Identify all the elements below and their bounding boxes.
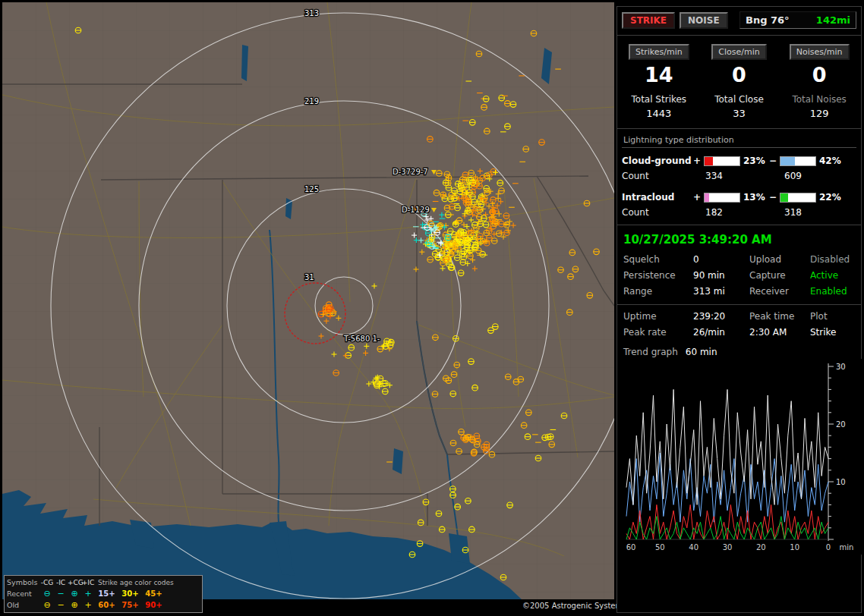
legend-header: Symbols-CG-IC+CG+ICStrike age color code… [7,577,200,588]
grid-cell: Peak time [749,311,810,322]
grid-cell: Squelch [623,254,693,265]
cg-minus-count: 609 [772,171,851,181]
total-strikes-label: Total Strikes [619,94,699,105]
clock-settings-section: 10/27/2025 3:49:20 AM Squelch0UploadDisa… [617,225,861,305]
grid-cell: Disabled [810,254,863,265]
symbol-legend: Symbols-CG-IC+CG+ICStrike age color code… [4,575,203,613]
noise-button[interactable]: NOISE [680,12,728,29]
minus-sign: − [769,192,777,203]
close-rate-col: Close/min 0 Total Close 33 [699,43,780,119]
settings-grid: Squelch0UploadDisabledPersistence90 minC… [622,253,856,300]
county-lines [2,2,614,599]
bearing-label: Bng 76° [746,14,790,26]
total-close-value: 33 [699,108,780,119]
count-label: Count [622,171,693,181]
distribution-section: Lightning type distribution Cloud-ground… [617,129,861,225]
ic-minus-count: 318 [772,207,851,218]
grid-cell: Uptime [623,311,693,322]
grid-cell: Upload [749,254,810,265]
strikes-per-min-value: 14 [619,63,699,86]
strike-symbol-icon: + [81,589,95,599]
strike-symbol-icon: ⊕ [68,600,81,610]
trend-graph: 1020306050403020100min [622,359,856,558]
cg-minus-pct: 42% [819,156,845,166]
rate-section: Strikes/min 14 Total Strikes 1443 Close/… [617,36,861,129]
lightning-map[interactable]: 31321912531D-3729-7D-1129T-5680 1- [2,2,614,599]
grid-cell: 0 [693,254,749,265]
cloud-ground-count-row: Count 334 609 [622,168,856,184]
cloud-ground-row: Cloud-ground + 23% − 42% [622,153,856,168]
svg-text:30: 30 [836,363,846,371]
svg-text:125: 125 [304,185,319,193]
svg-text:30: 30 [723,543,733,552]
uptime-grid: Uptime239:20Peak timePlotPeak rate26/min… [622,310,856,341]
legend-row: Old⊖−⊕+60+75+90+ [7,599,200,611]
plus-sign: + [693,156,701,166]
map-canvas[interactable]: 31321912531D-3729-7D-1129T-5680 1- [2,2,614,599]
noises-rate-col: Noises/min 0 Total Noises 129 [779,43,859,119]
svg-text:40: 40 [689,543,698,552]
grid-cell: Peak rate [623,327,693,338]
strike-symbol-icon: ⊖ [40,589,54,599]
cg-plus-bar [704,156,740,166]
svg-text:T-5680 1-: T-5680 1- [343,335,380,343]
grid-cell: Persistence [623,270,693,281]
strike-symbol-icon: + [81,600,95,610]
svg-text:50: 50 [655,543,665,552]
total-noises-label: Total Noises [779,94,859,105]
strike-button[interactable]: STRIKE [622,12,675,29]
strikes-rate-col: Strikes/min 14 Total Strikes 1443 [619,43,699,119]
stats-trend-section: Uptime239:20Peak timePlotPeak rate26/min… [617,305,861,562]
grid-cell: Capture [749,270,810,281]
cg-plus-count: 334 [693,171,772,181]
trend-row: Trend graph 60 min [622,341,856,359]
svg-text:D-3729-7: D-3729-7 [393,168,428,176]
strike-symbol-icon: − [54,600,68,610]
grid-cell: Enabled [810,286,863,297]
noises-per-min-button[interactable]: Noises/min [790,44,850,60]
minus-sign: − [769,156,777,166]
status-panel: STRIKE NOISE Bng 76° 142mi Strikes/min 1… [616,6,862,613]
svg-text:10: 10 [836,478,846,486]
svg-text:D-1129: D-1129 [402,206,430,214]
cg-minus-bar [780,156,816,166]
ic-minus-bar [780,193,816,203]
intracloud-count-row: Count 182 318 [622,205,856,220]
bearing-box: Bng 76° 142mi [739,11,856,29]
svg-text:20: 20 [836,420,846,429]
plus-sign: + [693,192,701,203]
svg-text:0: 0 [826,543,831,552]
legend-row: Recent⊖−⊕+15+30+45+ [7,588,200,599]
grid-cell: Plot [810,311,863,322]
intracloud-row: Intracloud + 13% − 22% [622,190,856,205]
svg-text:60: 60 [626,543,636,552]
noises-per-min-value: 0 [779,63,859,86]
grid-cell: Receiver [749,286,810,297]
svg-text:219: 219 [304,97,319,105]
grid-cell: 313 mi [693,286,749,297]
strike-symbol-icon: ⊖ [40,600,54,610]
toolbar: STRIKE NOISE Bng 76° 142mi [617,7,861,36]
close-per-min-value: 0 [699,63,780,86]
svg-text:31: 31 [304,273,314,281]
strike-symbol-icon: − [54,589,68,599]
svg-text:10: 10 [790,543,799,552]
grid-cell: 2:30 AM [749,327,810,338]
cloud-ground-label: Cloud-ground [622,156,693,166]
cg-plus-pct: 23% [743,156,769,166]
svg-text:313: 313 [304,9,319,17]
count-label: Count [622,207,693,218]
total-noises-value: 129 [779,108,859,119]
close-per-min-button[interactable]: Close/min [711,44,766,60]
grid-cell: 90 min [693,270,749,281]
datetime-display: 10/27/2025 3:49:20 AM [622,230,856,253]
strikes-per-min-button[interactable]: Strikes/min [629,44,689,60]
ic-plus-pct: 13% [743,192,769,203]
ic-plus-count: 182 [693,207,772,218]
trend-graph-label: Trend graph [623,347,678,357]
intracloud-label: Intracloud [622,192,693,203]
grid-cell: Strike [810,327,863,338]
distribution-title: Lightning type distribution [622,134,856,148]
grid-cell: Range [623,286,693,297]
bearing-range: 142mi [816,14,850,26]
